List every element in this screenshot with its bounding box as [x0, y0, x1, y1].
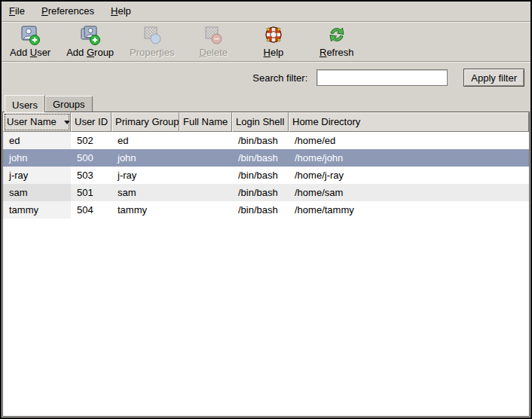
- user-manager-window: File Preferences Help: [0, 0, 532, 419]
- cell: /bin/bash: [232, 184, 289, 201]
- search-filter-input[interactable]: [316, 69, 448, 86]
- help-label: Help: [264, 47, 284, 58]
- column-header-user-name[interactable]: User Name: [3, 112, 71, 132]
- cell: /bin/bash: [232, 132, 289, 149]
- table-row[interactable]: ed502ed/bin/bash/home/ed: [3, 132, 529, 149]
- column-header-primary-group[interactable]: Primary Group: [112, 112, 179, 132]
- properties-button: Properties: [127, 25, 176, 58]
- cell: 501: [71, 184, 112, 201]
- apply-filter-button[interactable]: Apply filter: [463, 69, 524, 87]
- menubar: File Preferences Help: [2, 2, 530, 21]
- menu-preferences[interactable]: Preferences: [41, 5, 94, 18]
- cell: 504: [71, 201, 112, 219]
- menu-file[interactable]: File: [9, 5, 25, 18]
- cell: sam: [112, 184, 179, 201]
- user-table-body: ed502ed/bin/bash/home/edjohn500john/bin/…: [3, 132, 529, 416]
- delete-button: Delete: [197, 25, 230, 58]
- refresh-button[interactable]: Refresh: [317, 25, 356, 58]
- add-user-icon: [20, 25, 41, 46]
- cell: 502: [71, 132, 112, 149]
- column-header-home-directory[interactable]: Home Directory: [289, 112, 529, 132]
- cell: j-ray: [112, 167, 179, 184]
- cell: [179, 167, 232, 184]
- table-header: User Name User ID Primary Group Full Nam…: [3, 112, 529, 132]
- table-row[interactable]: j-ray503j-ray/bin/bash/home/j-ray: [3, 167, 529, 184]
- cell: /bin/bash: [232, 149, 289, 167]
- cell: ed: [3, 132, 71, 149]
- toolbar: Add User Add Group Properties: [2, 23, 530, 61]
- column-header-login-shell[interactable]: Login Shell: [232, 112, 289, 132]
- search-filter-label: Search filter:: [252, 72, 307, 84]
- add-group-label: Add Group: [66, 47, 114, 58]
- cell: /home/ed: [289, 132, 529, 149]
- delete-label: Delete: [199, 47, 228, 58]
- cell: sam: [3, 184, 71, 201]
- cell: [179, 149, 232, 167]
- cell: /bin/bash: [232, 167, 289, 184]
- add-group-icon: [80, 25, 101, 46]
- properties-label: Properties: [130, 47, 174, 58]
- refresh-icon: [326, 25, 347, 46]
- cell: john: [3, 149, 71, 167]
- cell: john: [112, 149, 179, 167]
- cell: /home/j-ray: [289, 167, 529, 184]
- menu-help[interactable]: Help: [111, 5, 131, 18]
- cell: /home/sam: [289, 184, 529, 201]
- sort-descending-icon: [64, 121, 70, 124]
- tab-users[interactable]: Users: [5, 95, 45, 112]
- add-group-button[interactable]: Add Group: [64, 25, 116, 58]
- cell: j-ray: [3, 167, 71, 184]
- delete-icon: [203, 25, 224, 46]
- cell: /home/tammy: [289, 201, 529, 219]
- table-row[interactable]: sam501sam/bin/bash/home/sam: [3, 184, 529, 201]
- tab-strip: Users Groups: [2, 93, 530, 112]
- help-button[interactable]: Help: [261, 25, 286, 58]
- help-icon: [263, 25, 284, 46]
- cell: tammy: [112, 201, 179, 219]
- column-header-user-id[interactable]: User ID: [71, 112, 112, 132]
- add-user-label: Add User: [10, 47, 50, 58]
- table-row[interactable]: john500john/bin/bash/home/john: [3, 149, 529, 167]
- cell: [179, 201, 232, 219]
- column-header-full-name[interactable]: Full Name: [179, 112, 232, 132]
- tab-groups[interactable]: Groups: [45, 96, 93, 112]
- cell: ed: [112, 132, 179, 149]
- cell: 500: [71, 149, 112, 167]
- cell: tammy: [3, 201, 71, 219]
- cell: [179, 184, 232, 201]
- table-row[interactable]: tammy504tammy/bin/bash/home/tammy: [3, 201, 529, 219]
- add-user-button[interactable]: Add User: [8, 25, 53, 58]
- cell: /home/john: [289, 149, 529, 167]
- cell: [179, 132, 232, 149]
- cell: /bin/bash: [232, 201, 289, 219]
- cell: 503: [71, 167, 112, 184]
- users-table: User Name User ID Primary Group Full Nam…: [2, 112, 530, 417]
- search-filter-row: Search filter: Apply filter: [2, 63, 530, 93]
- refresh-label: Refresh: [320, 47, 354, 58]
- properties-icon: [142, 25, 163, 46]
